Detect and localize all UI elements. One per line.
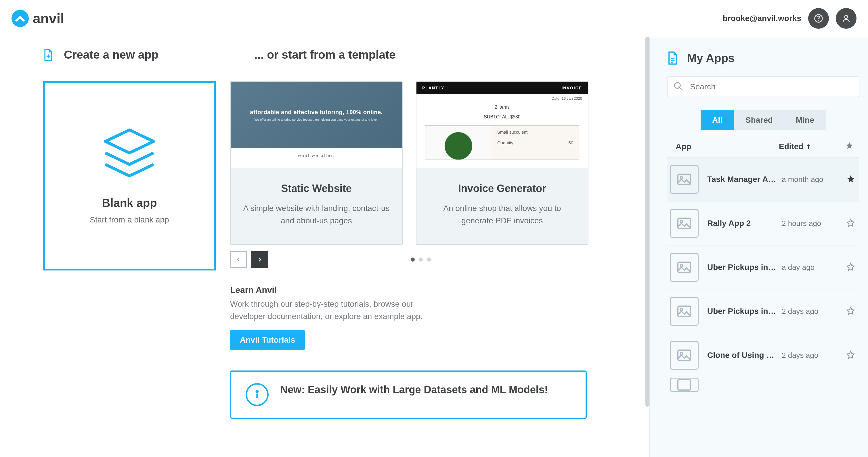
star-icon bbox=[846, 219, 855, 227]
image-icon bbox=[677, 379, 691, 391]
layers-icon bbox=[101, 128, 158, 179]
app-thumb bbox=[670, 297, 699, 326]
announcement-banner[interactable]: New: Easily Work with Large Datasets and… bbox=[230, 370, 587, 419]
svg-point-10 bbox=[680, 264, 682, 267]
template-desc: A simple website with landing, contact-u… bbox=[242, 202, 391, 227]
svg-point-14 bbox=[680, 352, 682, 355]
help-button[interactable] bbox=[808, 8, 829, 29]
star-icon bbox=[846, 350, 855, 359]
create-title: Create a new app bbox=[64, 48, 158, 61]
logo-mark-icon bbox=[11, 10, 29, 27]
carousel-dots bbox=[411, 258, 431, 262]
star-button[interactable] bbox=[845, 174, 857, 184]
app-thumb bbox=[670, 209, 699, 238]
search-wrap bbox=[667, 76, 859, 97]
tab-all[interactable]: All bbox=[701, 110, 734, 130]
thumb-offer: what we offer. bbox=[231, 148, 402, 168]
sidebar-title: My Apps bbox=[687, 52, 735, 65]
col-edited[interactable]: Edited bbox=[779, 142, 842, 151]
carousel-dot[interactable] bbox=[411, 258, 415, 262]
star-icon bbox=[846, 262, 855, 271]
svg-point-8 bbox=[680, 221, 682, 223]
star-icon bbox=[845, 141, 853, 150]
app-edited: 2 days ago bbox=[782, 351, 845, 360]
svg-point-1 bbox=[818, 21, 819, 21]
app-name: Uber Pickups in N… bbox=[707, 263, 782, 272]
template-thumbnail: affordable and effective tutoring, 100% … bbox=[231, 82, 402, 168]
app-edited: 2 hours ago bbox=[782, 219, 845, 228]
logo[interactable]: anvil bbox=[11, 10, 64, 27]
template-card-static-website[interactable]: affordable and effective tutoring, 100% … bbox=[230, 81, 403, 245]
app-row[interactable]: Uber Pickups in N… 2 days ago bbox=[667, 289, 859, 333]
app-row[interactable]: Task Manager A… a month ago bbox=[667, 157, 859, 201]
main-content: Create a new app ... or start from a tem… bbox=[0, 37, 649, 457]
user-email[interactable]: brooke@anvil.works bbox=[723, 14, 801, 23]
app-edited: 2 days ago bbox=[782, 307, 845, 316]
app-list: Task Manager A… a month ago Rally App 2 … bbox=[667, 157, 859, 392]
thumb-sub: We offer an online tutoring service focu… bbox=[254, 118, 378, 121]
image-icon bbox=[677, 262, 691, 273]
star-icon bbox=[846, 174, 855, 183]
app-row[interactable]: Clone of Using C… 2 days ago bbox=[667, 333, 859, 377]
search-input[interactable] bbox=[667, 76, 859, 97]
svg-rect-15 bbox=[678, 380, 690, 390]
learn-section: Learn Anvil Work through our step-by-ste… bbox=[230, 285, 588, 350]
star-button[interactable] bbox=[845, 306, 857, 316]
topbar-right: brooke@anvil.works bbox=[723, 8, 857, 29]
col-edited-label: Edited bbox=[779, 142, 804, 151]
chevron-right-icon bbox=[256, 256, 263, 263]
tutorials-button[interactable]: Anvil Tutorials bbox=[230, 330, 305, 350]
app-list-header: App Edited bbox=[667, 141, 859, 157]
image-icon bbox=[677, 350, 691, 361]
carousel-prev-button[interactable] bbox=[230, 251, 247, 268]
thumb-tagline: affordable and effective tutoring, 100% … bbox=[250, 109, 382, 116]
carousel-next-button[interactable] bbox=[251, 251, 268, 268]
image-icon bbox=[677, 218, 691, 229]
blank-app-title: Blank app bbox=[102, 197, 157, 209]
app-name: Rally App 2 bbox=[707, 219, 782, 228]
image-icon bbox=[677, 173, 691, 185]
image-icon bbox=[677, 305, 691, 317]
col-star[interactable] bbox=[842, 141, 857, 152]
template-title: Static Website bbox=[242, 183, 391, 195]
thumb-qty-label: Quantity: bbox=[497, 140, 515, 145]
filter-tabs: All Shared Mine bbox=[701, 110, 826, 130]
tab-mine[interactable]: Mine bbox=[784, 110, 826, 130]
template-title: Invoice Generator bbox=[428, 183, 577, 195]
star-button[interactable] bbox=[845, 350, 857, 360]
question-icon bbox=[814, 14, 823, 23]
logo-text: anvil bbox=[33, 11, 64, 27]
carousel-dot[interactable] bbox=[419, 258, 423, 262]
template-card-invoice-generator[interactable]: PLANTLY INVOICE Date: 16 Jan 2020 2 item… bbox=[416, 81, 588, 245]
learn-title: Learn Anvil bbox=[230, 285, 588, 295]
thumb-brand: PLANTLY bbox=[422, 86, 444, 90]
star-button[interactable] bbox=[845, 262, 857, 272]
topbar: anvil brooke@anvil.works bbox=[0, 0, 868, 37]
app-row[interactable] bbox=[667, 377, 859, 392]
svg-point-6 bbox=[680, 176, 682, 179]
announcement-title: New: Easily Work with Large Datasets and… bbox=[280, 383, 548, 397]
star-button[interactable] bbox=[845, 219, 857, 228]
blank-app-subtitle: Start from a blank app bbox=[90, 215, 169, 225]
svg-point-2 bbox=[845, 15, 848, 19]
app-row[interactable]: Rally App 2 2 hours ago bbox=[667, 201, 859, 245]
templates-title: ... or start from a template bbox=[254, 48, 396, 61]
tab-shared[interactable]: Shared bbox=[734, 110, 784, 130]
col-app[interactable]: App bbox=[670, 142, 779, 151]
app-row[interactable]: Uber Pickups in N… a day ago bbox=[667, 245, 859, 289]
new-file-icon bbox=[43, 48, 54, 61]
scrollbar[interactable] bbox=[645, 37, 649, 407]
app-name: Task Manager A… bbox=[707, 175, 782, 184]
account-button[interactable] bbox=[836, 8, 857, 29]
app-edited: a month ago bbox=[782, 175, 845, 184]
thumb-subtotal: SUBTOTAL: $580 bbox=[416, 115, 588, 120]
thumb-items: 2 items bbox=[416, 105, 588, 110]
user-icon bbox=[841, 14, 851, 23]
star-icon bbox=[846, 306, 855, 315]
svg-point-4 bbox=[675, 83, 680, 88]
template-thumbnail: PLANTLY INVOICE Date: 16 Jan 2020 2 item… bbox=[416, 82, 588, 168]
app-thumb bbox=[670, 341, 699, 370]
carousel-dot[interactable] bbox=[427, 258, 431, 262]
app-thumb bbox=[670, 378, 699, 392]
blank-app-card[interactable]: Blank app Start from a blank app bbox=[43, 81, 216, 270]
